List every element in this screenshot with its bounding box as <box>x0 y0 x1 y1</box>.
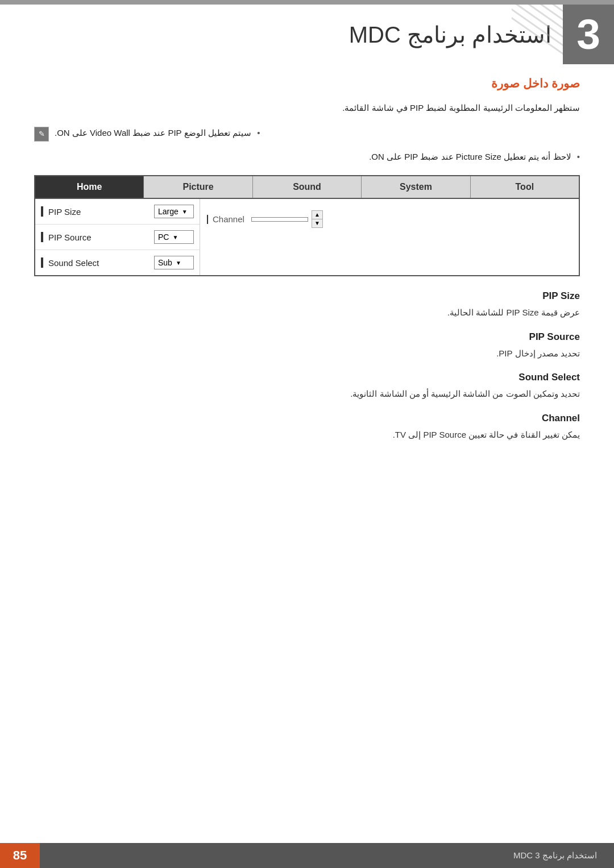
panel-body: PIP Size Large ▼ PIP Source PC ▼ <box>35 199 579 275</box>
pip-size-dropdown[interactable]: Large ▼ <box>154 205 194 218</box>
intro-text: ستظهر المعلومات الرئيسية المطلوبة لضبط P… <box>34 101 580 115</box>
sound-select-arrow: ▼ <box>176 260 181 266</box>
sound-select-dropdown[interactable]: Sub ▼ <box>154 256 194 269</box>
header-decoration <box>512 5 563 64</box>
sound-select-info-text: تحديد وتمكين الصوت من الشاشة الرئيسية أو… <box>34 387 580 401</box>
pip-source-dropdown[interactable]: PC ▼ <box>154 230 194 244</box>
bullet-text-1: سيتم تعطيل الوضع PIP عند ضبط Video Wall … <box>55 128 251 138</box>
pip-size-label: PIP Size <box>48 207 151 217</box>
pip-source-label: PIP Source <box>48 232 151 242</box>
tab-home[interactable]: Home <box>35 176 144 198</box>
pip-size-info: PIP Size عرض قيمة PIP Size للشاشة الحالي… <box>34 290 580 320</box>
footer: 85 استخدام برنامج 3 MDC <box>0 843 614 868</box>
panel-right-col: Channel ▲ ▼ <box>200 199 579 275</box>
channel-spinner: ▲ ▼ <box>312 210 323 228</box>
chapter-number-box: 3 <box>563 5 614 64</box>
channel-info-text: يمكن تغيير القناة في حالة تعيين PIP Sour… <box>34 427 580 442</box>
tab-picture[interactable]: Picture <box>144 176 252 198</box>
pip-size-info-text: عرض قيمة PIP Size للشاشة الحالية. <box>34 305 580 320</box>
header: 3 استخدام برنامج MDC <box>0 0 614 60</box>
bullet-item-2: • لاحظ أنه يتم تعطيل Picture Size عند ضب… <box>34 149 580 164</box>
channel-input-box[interactable] <box>251 217 308 222</box>
ui-panel: Home Picture Sound System Tool PIP S <box>34 175 580 276</box>
pip-source-info: PIP Source تحديد مصدر إدخال PIP. <box>34 331 580 361</box>
channel-info: Channel يمكن تغيير القناة في حالة تعيين … <box>34 413 580 442</box>
pip-size-arrow: ▼ <box>182 209 188 215</box>
chapter-number: 3 <box>576 13 600 56</box>
bullet-text-2: لاحظ أنه يتم تعطيل Picture Size عند ضبط … <box>369 152 571 161</box>
channel-up-button[interactable]: ▲ <box>312 211 322 219</box>
tab-system[interactable]: System <box>362 176 470 198</box>
tabs-row: Home Picture Sound System Tool <box>35 176 579 199</box>
channel-row: Channel ▲ ▼ <box>207 205 572 234</box>
pip-source-heading: PIP Source <box>34 331 580 343</box>
channel-cursor <box>207 215 208 224</box>
channel-down-button[interactable]: ▼ <box>312 219 322 227</box>
tab-tool[interactable]: Tool <box>471 176 579 198</box>
pip-source-arrow: ▼ <box>172 234 178 240</box>
sound-select-row: Sound Select Sub ▼ <box>35 250 200 275</box>
sound-select-info: Sound Select تحديد وتمكين الصوت من الشاش… <box>34 372 580 401</box>
section-title: صورة داخل صورة <box>34 77 580 90</box>
sound-select-heading: Sound Select <box>34 372 580 383</box>
pip-source-row: PIP Source PC ▼ <box>35 225 200 250</box>
pip-size-row: PIP Size Large ▼ <box>35 199 200 225</box>
pip-size-heading: PIP Size <box>34 290 580 302</box>
channel-label: Channel <box>213 214 244 224</box>
note-icon: ✎ <box>34 127 49 142</box>
channel-heading: Channel <box>34 413 580 424</box>
pip-size-bar <box>41 206 43 217</box>
panel-left-col: PIP Size Large ▼ PIP Source PC ▼ <box>35 199 200 275</box>
footer-label: استخدام برنامج 3 MDC <box>40 850 614 861</box>
pip-source-bar <box>41 232 43 242</box>
sound-select-bar <box>41 258 43 268</box>
tab-sound[interactable]: Sound <box>253 176 362 198</box>
sound-select-label: Sound Select <box>48 258 151 268</box>
page-number: 85 <box>13 848 27 863</box>
pip-source-info-text: تحديد مصدر إدخال PIP. <box>34 346 580 361</box>
footer-page: 85 <box>0 843 40 868</box>
content: صورة داخل صورة ستظهر المعلومات الرئيسية … <box>0 60 614 499</box>
bullet-item-1: • سيتم تعطيل الوضع PIP عند ضبط Video Wal… <box>34 126 580 142</box>
info-sections: PIP Size عرض قيمة PIP Size للشاشة الحالي… <box>34 290 580 442</box>
